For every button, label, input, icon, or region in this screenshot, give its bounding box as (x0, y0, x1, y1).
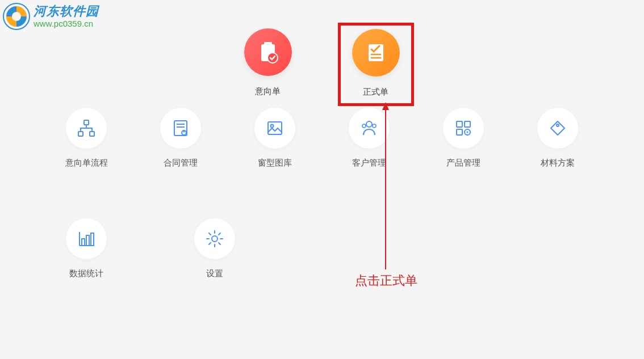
svg-point-18 (362, 124, 366, 128)
document-check-icon (364, 41, 388, 65)
formal-order-button[interactable]: 正式单 (352, 29, 400, 98)
svg-rect-15 (268, 122, 282, 134)
statistics-button[interactable]: 数据统计 (52, 218, 120, 279)
svg-rect-7 (84, 120, 89, 125)
contract-mgmt-label: 合同管理 (164, 158, 198, 168)
intent-order-label: 意向单 (255, 86, 281, 97)
svg-rect-22 (457, 129, 462, 135)
customer-mgmt-button[interactable]: 客户管理 (335, 108, 403, 168)
svg-rect-32 (82, 239, 85, 246)
svg-point-17 (366, 121, 372, 127)
image-icon (265, 118, 285, 138)
material-plan-label: 材料方案 (541, 158, 575, 168)
svg-rect-20 (457, 121, 462, 127)
svg-rect-9 (90, 132, 94, 136)
svg-rect-2 (264, 42, 272, 47)
customer-icon (359, 118, 379, 138)
tag-icon (547, 118, 568, 138)
intent-flow-button[interactable]: 意向单流程 (52, 108, 120, 168)
site-logo-icon (3, 3, 30, 30)
svg-rect-8 (78, 132, 83, 136)
annotation-text: 点击正式单 (355, 272, 417, 289)
settings-icon (204, 229, 225, 249)
watermark-logo-block: 河东软件园 www.pc0359.cn (3, 3, 99, 30)
settings-label: 设置 (206, 268, 223, 279)
intent-flow-label: 意向单流程 (65, 158, 108, 168)
site-url: www.pc0359.cn (34, 19, 99, 29)
formal-order-label: 正式单 (363, 87, 388, 98)
svg-rect-4 (369, 44, 383, 61)
svg-rect-10 (174, 121, 187, 136)
svg-point-24 (467, 132, 469, 133)
customer-mgmt-label: 客户管理 (352, 158, 386, 168)
svg-rect-34 (91, 233, 94, 246)
flow-icon (76, 118, 97, 138)
site-title: 河东软件园 (34, 5, 99, 18)
svg-rect-21 (465, 121, 470, 127)
svg-point-19 (373, 124, 376, 128)
statistics-label: 数据统计 (69, 268, 103, 279)
svg-point-35 (212, 236, 218, 242)
clipboard-check-icon (256, 40, 281, 65)
svg-rect-33 (86, 235, 89, 246)
highlight-box: 正式单 (338, 23, 414, 106)
contract-mgmt-button[interactable]: 合同管理 (147, 108, 215, 168)
product-mgmt-button[interactable]: 产品管理 (429, 108, 497, 168)
contract-icon (170, 118, 191, 138)
chart-icon (76, 229, 97, 249)
intent-order-button[interactable]: 意向单 (244, 28, 292, 98)
product-icon (453, 118, 474, 138)
window-gallery-label: 窗型图库 (258, 158, 292, 168)
svg-point-16 (271, 125, 274, 128)
product-mgmt-label: 产品管理 (446, 158, 480, 168)
settings-button[interactable]: 设置 (181, 218, 249, 279)
svg-point-14 (183, 131, 185, 133)
svg-point-29 (557, 124, 559, 126)
window-gallery-button[interactable]: 窗型图库 (241, 108, 309, 168)
material-plan-button[interactable]: 材料方案 (524, 108, 592, 168)
